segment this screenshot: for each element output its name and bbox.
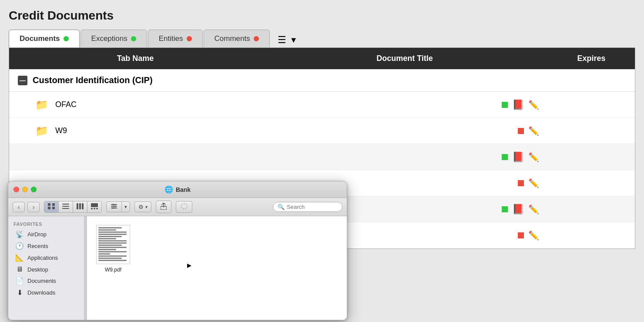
svg-rect-16	[111, 208, 117, 208]
tab-comments-label: Comments	[215, 34, 250, 43]
sidebar-item-recents[interactable]: 🕐 Recents	[10, 240, 82, 252]
hamburger-menu-icon[interactable]: ☰	[278, 34, 286, 46]
extra-row-1-actions: 📕 ✏️	[262, 147, 548, 167]
collapse-section-button[interactable]	[18, 76, 27, 85]
row-ofac-actions: 📕 ✏️	[262, 95, 548, 115]
finder-forward-button[interactable]: ›	[27, 202, 40, 212]
svg-rect-11	[91, 208, 93, 209]
table-row: 📕 ✏️	[9, 144, 635, 170]
extra-row-4-expires	[548, 231, 635, 240]
row-w9-actions: ✏️	[262, 121, 548, 141]
traffic-lights	[13, 187, 37, 192]
svg-rect-17	[113, 204, 114, 205]
row-ofac-label: OFAC	[55, 100, 77, 109]
extra-row-3-expires	[548, 205, 635, 214]
chevron-down-icon[interactable]: ▼	[290, 36, 298, 45]
ofac-status-dot	[502, 102, 508, 108]
desktop-icon: 🖥	[15, 265, 24, 273]
window-maximize-button[interactable]	[31, 187, 37, 192]
svg-rect-14	[111, 204, 117, 205]
sidebar-item-desktop[interactable]: 🖥 Desktop	[10, 264, 82, 275]
finder-search-box[interactable]: 🔍	[273, 202, 342, 212]
tab-comments[interactable]: Comments	[204, 30, 270, 47]
col-header-expires: Expires	[548, 48, 635, 69]
svg-rect-6	[62, 208, 69, 209]
recents-icon: 🕐	[15, 242, 24, 250]
applications-icon: 📐	[15, 254, 24, 262]
extra-row-1-name	[9, 153, 262, 161]
svg-rect-7	[77, 203, 78, 209]
window-close-button[interactable]	[13, 187, 19, 192]
finder-back-button[interactable]: ‹	[13, 202, 25, 212]
finder-sidebar: Favorites 📡 AirDrop 🕐 Recents 📐 Applicat…	[8, 216, 84, 320]
view-options-arrow: ▾	[122, 202, 130, 211]
row-w9-expires	[548, 127, 635, 135]
ofac-pdf-icon[interactable]: 📕	[512, 99, 524, 111]
extra-pdf-icon[interactable]: 📕	[512, 151, 524, 163]
tab-entities[interactable]: Entities	[148, 30, 203, 47]
finder-window: 🌐 Bank ‹ › ▾ ⚙	[8, 181, 347, 320]
window-minimize-button[interactable]	[22, 187, 28, 192]
tab-documents-dot	[64, 36, 69, 41]
tabs-extra-controls: ☰ ▼	[278, 34, 298, 47]
svg-rect-12	[94, 208, 95, 209]
sidebar-item-airdrop[interactable]: 📡 AirDrop	[10, 228, 82, 240]
sidebar-item-documents-label: Documents	[27, 278, 56, 284]
extra-edit-icon[interactable]: ✏️	[528, 204, 539, 215]
ofac-edit-icon[interactable]: ✏️	[528, 100, 539, 110]
finder-window-title: 🌐 Bank	[164, 185, 191, 194]
extra-status-dot	[518, 232, 524, 238]
finder-content-area: W9.pdf ▸	[87, 216, 347, 320]
view-options-icon	[107, 202, 122, 212]
finder-tag-button[interactable]	[176, 201, 192, 213]
documents-icon: 📄	[15, 277, 24, 285]
airdrop-icon: 📡	[15, 230, 24, 238]
extra-edit-icon[interactable]: ✏️	[528, 230, 539, 241]
extra-status-dot	[502, 154, 508, 160]
col-header-doctitle: Document Title	[262, 48, 548, 69]
finder-title-text: Bank	[176, 186, 191, 193]
extra-edit-icon[interactable]: ✏️	[528, 152, 539, 162]
extra-row-1-expires	[548, 153, 635, 161]
w9-pdf-filename: W9.pdf	[105, 267, 121, 273]
folder-icon: 📁	[35, 125, 48, 137]
action-button-arrow: ▾	[145, 205, 148, 209]
view-list-button[interactable]	[59, 201, 73, 212]
table-row: 📁 W9 ✏️	[9, 118, 635, 144]
cursor-pointer-indicator: ▸	[187, 260, 191, 270]
tab-comments-dot	[254, 36, 259, 41]
view-gallery-button[interactable]	[87, 201, 101, 212]
svg-rect-9	[82, 203, 84, 209]
sidebar-favorites-label: Favorites	[8, 221, 84, 228]
sidebar-item-applications[interactable]: 📐 Applications	[10, 252, 82, 264]
finder-action-button[interactable]: ⚙ ▾	[134, 201, 151, 212]
finder-toolbar: ‹ › ▾ ⚙ ▾	[8, 198, 347, 216]
extra-status-dot	[502, 206, 508, 212]
tab-exceptions-dot	[131, 36, 136, 41]
finder-view-buttons	[44, 201, 102, 213]
row-ofac-expires	[548, 101, 635, 109]
finder-view-options-button[interactable]: ▾	[106, 201, 130, 212]
svg-rect-4	[62, 204, 69, 205]
finder-search-input[interactable]	[287, 204, 335, 210]
finder-titlebar: 🌐 Bank	[8, 181, 347, 198]
extra-status-dot	[518, 180, 524, 186]
sidebar-item-downloads[interactable]: ⬇ Downloads	[10, 287, 82, 299]
page-title: Credit Documents	[9, 9, 635, 23]
finder-share-button[interactable]	[156, 201, 171, 213]
table-header: Tab Name Document Title Expires	[9, 48, 635, 69]
file-item-w9[interactable]: W9.pdf	[96, 225, 131, 273]
tab-documents[interactable]: Documents	[9, 30, 80, 47]
extra-row-2-expires	[548, 179, 635, 188]
cip-section-title: Customer Identification (CIP)	[33, 75, 153, 85]
tab-exceptions[interactable]: Exceptions	[80, 30, 147, 47]
svg-rect-13	[96, 208, 98, 209]
svg-rect-2	[52, 203, 55, 206]
sidebar-item-documents[interactable]: 📄 Documents	[10, 275, 82, 287]
w9-edit-icon[interactable]: ✏️	[528, 126, 539, 136]
view-column-button[interactable]	[73, 201, 87, 212]
view-icon-button[interactable]	[44, 201, 59, 212]
extra-pdf-icon[interactable]: 📕	[512, 204, 524, 215]
svg-rect-1	[48, 207, 50, 209]
extra-edit-icon[interactable]: ✏️	[528, 178, 539, 188]
